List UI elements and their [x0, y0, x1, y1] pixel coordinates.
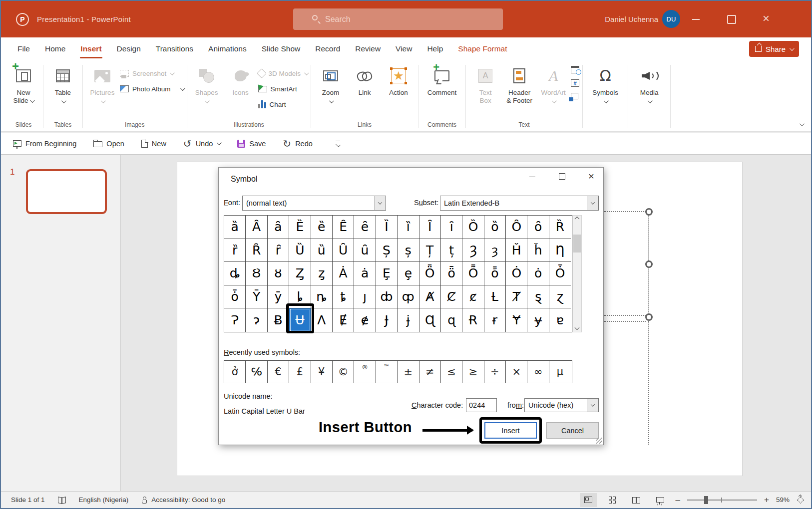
symbol-cell[interactable]: Ȉ [376, 216, 398, 239]
recent-symbol-cell[interactable]: © [333, 361, 354, 383]
share-button[interactable]: Share [749, 41, 799, 57]
zoom-in-button[interactable]: + [764, 495, 769, 505]
symbol-cell[interactable]: Ȭ [462, 262, 484, 285]
save-button[interactable]: Save [237, 140, 266, 148]
recent-symbol-cell[interactable]: ∞ [527, 361, 549, 383]
symbol-cell[interactable]: Ȩ [376, 262, 398, 285]
symbol-cell[interactable]: ȶ [333, 285, 354, 309]
symbol-cell[interactable]: ɏ [527, 308, 549, 332]
user-name[interactable]: Daniel Uchenna [605, 15, 658, 23]
symbol-cell[interactable]: ȫ [441, 262, 462, 285]
symbol-cell[interactable]: Ⱦ [506, 285, 527, 309]
scrollbar-thumb[interactable] [573, 235, 581, 253]
accessibility-indicator[interactable]: Accessibility: Good to go [141, 496, 225, 504]
recent-symbol-cell[interactable]: ≤ [441, 361, 462, 383]
resize-handle-top-right[interactable] [645, 208, 653, 216]
chevron-down-icon[interactable] [217, 140, 222, 145]
smartart-button[interactable]: SmartArt [258, 83, 308, 94]
scroll-up-icon[interactable] [573, 216, 581, 225]
recent-symbol-cell[interactable]: £ [289, 361, 311, 383]
symbol-cell[interactable]: Ȝ [462, 239, 484, 262]
scroll-down-icon[interactable] [573, 323, 581, 332]
symbol-cell[interactable]: Ȯ [506, 262, 527, 285]
cancel-button[interactable]: Cancel [546, 422, 599, 439]
window-maximize-button[interactable] [726, 14, 736, 24]
symbol-cell[interactable]: Ɂ [224, 308, 246, 332]
symbol-cell[interactable]: ȱ [224, 285, 246, 309]
symbol-cell[interactable]: Ȼ [441, 285, 462, 309]
symbol-cell[interactable]: ȯ [527, 262, 549, 285]
symbol-cell[interactable]: Ȱ [549, 262, 571, 285]
recent-symbol-cell[interactable]: ≠ [419, 361, 441, 383]
symbol-cell[interactable]: ɍ [484, 308, 506, 332]
symbol-cell[interactable]: ɂ [246, 308, 267, 332]
symbol-cell[interactable]: ɇ [354, 308, 376, 332]
tab-animations[interactable]: Animations [201, 37, 254, 60]
redo-button[interactable]: ↻ Redo [283, 140, 312, 148]
symbol-cell[interactable]: ȑ [224, 239, 246, 262]
recent-symbol-cell[interactable]: ở [224, 361, 246, 383]
chart-button[interactable]: Chart [258, 99, 308, 110]
symbol-cell[interactable]: ȡ [224, 262, 246, 285]
header-footer-button[interactable]: Header & Footer [503, 62, 536, 105]
tab-transitions[interactable]: Transitions [148, 37, 201, 60]
symbol-cell[interactable]: ȁ [224, 216, 246, 239]
symbol-cell[interactable]: Ȟ [506, 239, 527, 262]
slideshow-button[interactable] [652, 493, 669, 507]
zoom-slider-thumb[interactable] [704, 496, 708, 504]
symbol-cell[interactable]: Ȅ [289, 216, 311, 239]
window-close-button[interactable]: × [761, 14, 771, 24]
symbol-cell[interactable]: Ȓ [246, 239, 267, 262]
symbol-cell[interactable]: Ɍ [462, 308, 484, 332]
symbol-cell[interactable]: ȥ [311, 262, 333, 285]
zoom-out-button[interactable]: – [676, 495, 680, 505]
slide-indicator[interactable]: Slide 1 of 1 [11, 496, 45, 504]
symbol-cell[interactable]: ȋ [441, 216, 462, 239]
date-time-icon[interactable] [571, 66, 579, 73]
slide-sorter-button[interactable] [604, 493, 621, 507]
symbol-cell[interactable]: Ȧ [333, 262, 354, 285]
dialog-maximize-button[interactable] [559, 173, 565, 180]
subset-select[interactable]: Latin Extended-B [440, 196, 599, 211]
zoom-slider[interactable] [687, 500, 757, 501]
symbol-cell[interactable]: ȉ [398, 216, 419, 239]
recent-symbol-cell[interactable]: ℅ [246, 361, 267, 383]
symbol-cell[interactable]: Ș [376, 239, 398, 262]
undo-button[interactable]: ↺ Undo [183, 140, 220, 148]
fit-to-window-icon[interactable] [797, 496, 804, 504]
from-beginning-button[interactable]: From Beginning [13, 140, 76, 148]
dropdown-button[interactable] [587, 399, 598, 412]
tab-help[interactable]: Help [419, 37, 450, 60]
recent-symbol-cell[interactable]: µ [549, 361, 571, 383]
symbol-cell[interactable]: Ƚ [484, 285, 506, 309]
symbol-cell[interactable]: ȼ [462, 285, 484, 309]
symbol-cell[interactable]: ȕ [311, 239, 333, 262]
spellcheck-button[interactable] [58, 497, 66, 503]
symbol-cell[interactable]: ȩ [398, 262, 419, 285]
symbol-cell[interactable]: Ⱥ [419, 285, 441, 309]
symbols-button[interactable]: Ω Symbols [586, 62, 625, 103]
insert-button[interactable]: Insert [484, 422, 537, 439]
symbol-cell[interactable]: Ȳ [246, 285, 267, 309]
symbol-cell[interactable]: ȓ [268, 239, 289, 262]
toolbar-overflow-icon[interactable] [335, 140, 342, 147]
normal-view-button[interactable] [580, 493, 597, 507]
action-button[interactable]: ★ Action [382, 62, 415, 97]
pictures-button[interactable]: Pictures [86, 62, 119, 103]
symbol-cell[interactable]: ȸ [376, 285, 398, 309]
slide-number-icon[interactable]: # [571, 79, 579, 87]
symbol-cell-selected[interactable]: Ʉ [289, 308, 311, 332]
slide-thumbnail[interactable] [26, 169, 107, 214]
symbol-cell[interactable]: Ȋ [419, 216, 441, 239]
recent-symbol-cell[interactable]: × [506, 361, 527, 383]
symbol-cell[interactable]: Ɉ [376, 308, 398, 332]
symbol-cell[interactable]: Ƀ [268, 308, 289, 332]
symbol-cell[interactable]: Ȕ [289, 239, 311, 262]
new-button[interactable]: New [141, 140, 166, 148]
symbol-cell[interactable]: ȿ [527, 285, 549, 309]
wordart-button[interactable]: A WordArt [537, 62, 570, 103]
tab-insert[interactable]: Insert [73, 37, 109, 60]
object-icon[interactable] [571, 93, 578, 99]
symbol-cell[interactable]: ȝ [484, 239, 506, 262]
symbol-cell[interactable]: ș [398, 239, 419, 262]
